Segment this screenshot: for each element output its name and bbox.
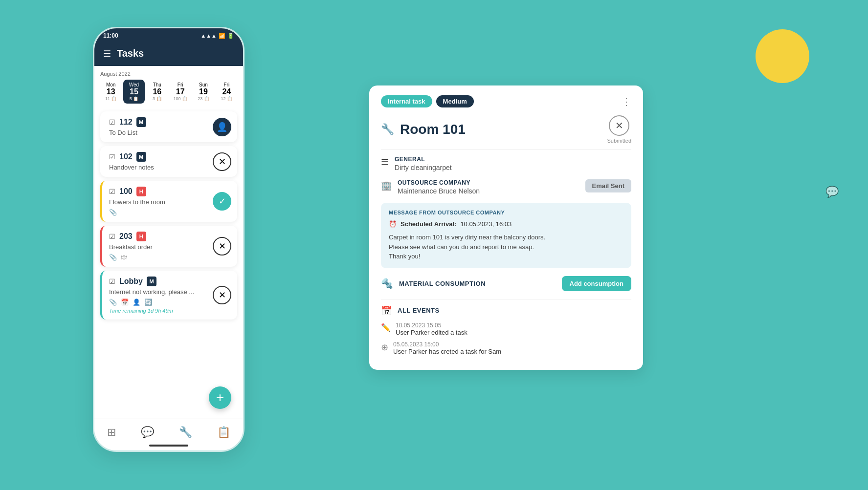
message-header: MESSAGE FROM OUTSOURCE COMPANY [389, 210, 623, 215]
message-text: Carpet in room 101 is very dirty near th… [389, 233, 623, 261]
divider-1 [381, 149, 631, 150]
event-edit-icon: ✏️ [381, 323, 391, 332]
calendar-day-16[interactable]: Thu 16 3 📋 [147, 80, 168, 104]
phone-title: Tasks [117, 48, 144, 59]
task-top: ☑ 203 H [109, 232, 230, 241]
nav-tools-icon[interactable]: 🔧 [179, 426, 192, 439]
event-1-desc: User Parker edited a task [396, 329, 467, 336]
task-top: ☑ Lobby M [109, 277, 230, 286]
calendar-month: August 2022 [100, 71, 237, 77]
email-sent-button[interactable]: Email Sent [585, 179, 631, 192]
task-badge: H [136, 187, 146, 196]
event-item-1: ✏️ 10.05.2023 15:05 User Parker edited a… [381, 322, 631, 336]
task-card-task-102[interactable]: ☑ 102 M Handover notes ✕ [100, 146, 237, 177]
yellow-circle-decoration [756, 29, 809, 83]
task-number: 112 [119, 118, 133, 127]
calendar-day-17[interactable]: Fri 17 100 📋 [170, 80, 191, 104]
add-consumption-button[interactable]: Add consumption [562, 276, 632, 291]
task-badge: M [136, 152, 146, 162]
wrench-icon: 🔧 [381, 123, 394, 136]
calendar-day-15[interactable]: Wed 15 5 📋 [123, 80, 144, 104]
task-description: To Do List [109, 129, 230, 136]
detail-room-title: Room 101 [400, 122, 601, 137]
outsource-icon: 🏢 [381, 180, 392, 191]
phone-device: 11:00 ▲▲▲ 📶 🔋 ☰ Tasks August 2022 Mon 13… [93, 27, 245, 452]
close-button[interactable]: ✕ [609, 115, 629, 136]
event-1-timestamp: 10.05.2023 15:05 [396, 322, 467, 329]
status-bar: 11:00 ▲▲▲ 📶 🔋 [94, 28, 243, 43]
task-card-task-lobby[interactable]: ☑ Lobby M Internet not working, please .… [100, 271, 237, 320]
general-content: GENERAL Dirty cleaningarpet [395, 156, 631, 171]
clock-icon: ⏰ [389, 220, 397, 228]
task-check-icon: ☑ [109, 277, 115, 285]
calendar-days: Mon 13 11 📋 Wed 15 5 📋 Thu 16 3 📋 Fri 17… [100, 80, 237, 104]
calendar-day-19[interactable]: Sun 19 23 📋 [193, 80, 214, 104]
task-description: Breakfast order [109, 243, 230, 251]
general-value: Dirty cleaningarpet [395, 164, 631, 171]
task-card-task-203[interactable]: ☑ 203 H Breakfast order 📎🍽 ✕ [100, 226, 237, 267]
nav-tasks-icon[interactable]: 📋 [217, 426, 230, 439]
outsource-section: 🏢 OUTSOURCE COMPANY Maintenance Bruce Ne… [381, 179, 631, 195]
task-number: 203 [119, 232, 133, 241]
scheduled-value: 10.05.2023, 16:03 [460, 220, 512, 228]
task-card-task-100[interactable]: ☑ 100 H Flowers to the room 📎 ✓ [100, 181, 237, 222]
outsource-label: OUTSOURCE COMPANY [398, 179, 579, 186]
detail-card-header: Internal task Medium ⋮ [381, 95, 631, 107]
task-description: Internet not working, please ... [109, 288, 230, 296]
chat-bubble-decoration: 💬 [825, 186, 839, 198]
task-badge: M [136, 117, 146, 127]
task-top: ☑ 112 M [109, 117, 230, 127]
task-left: ☑ 102 M [109, 152, 146, 162]
task-action-button[interactable]: ✕ [213, 237, 231, 256]
internal-task-tag[interactable]: Internal task [381, 95, 432, 107]
message-box: MESSAGE FROM OUTSOURCE COMPANY ⏰ Schedul… [381, 203, 631, 268]
submitted-label: Submitted [607, 138, 631, 144]
status-time: 11:00 [103, 32, 118, 39]
task-check-icon: ☑ [109, 118, 115, 126]
task-badge: H [136, 232, 146, 241]
task-action-button[interactable]: ✓ [213, 192, 231, 211]
events-header: 📅 ALL EVENTS [381, 305, 631, 316]
task-top: ☑ 100 H [109, 187, 230, 196]
task-number: Lobby [119, 277, 143, 286]
events-section: 📅 ALL EVENTS ✏️ 10.05.2023 15:05 User Pa… [381, 305, 631, 355]
scheduled-label: Scheduled Arrival: [401, 220, 456, 228]
calendar-day-13[interactable]: Mon 13 11 📋 [100, 80, 121, 104]
task-icon: 📎 [109, 209, 117, 216]
outsource-value: Maintenance Bruce Nelson [398, 187, 579, 195]
task-card-task-112[interactable]: ☑ 112 M To Do List 👤 [100, 111, 237, 142]
task-icon: 📅 [121, 298, 129, 306]
menu-icon[interactable]: ☰ [103, 48, 111, 59]
task-time-remaining: Time remaining 1d 9h 49m [109, 308, 230, 314]
task-icon: 🔄 [144, 298, 152, 306]
task-badge: M [147, 277, 156, 286]
task-action-button[interactable]: ✕ [213, 152, 231, 171]
more-options-icon[interactable]: ⋮ [622, 96, 631, 107]
task-action-button[interactable]: ✕ [213, 286, 231, 304]
nav-chat-icon[interactable]: 💬 [141, 426, 154, 439]
outsource-content: OUTSOURCE COMPANY Maintenance Bruce Nels… [398, 179, 579, 195]
task-icons-row: 📎 [109, 209, 230, 216]
task-left: ☑ Lobby M [109, 277, 156, 286]
task-number: 102 [119, 152, 133, 161]
signal-icon: ▲▲▲ [200, 33, 217, 39]
divider-2 [381, 299, 631, 299]
task-check-icon: ☑ [109, 188, 115, 195]
detail-card: Internal task Medium ⋮ 🔧 Room 101 ✕ Subm… [369, 85, 643, 370]
priority-tag[interactable]: Medium [436, 95, 474, 107]
phone-header: ☰ Tasks [94, 43, 243, 66]
tools-icon: 🔩 [381, 277, 393, 289]
task-icon: 📎 [109, 254, 117, 261]
task-icon: 🍽 [121, 254, 127, 261]
task-action-button[interactable]: 👤 [213, 118, 231, 136]
calendar-day-24[interactable]: Fri 24 12 📋 [216, 80, 237, 104]
task-check-icon: ☑ [109, 153, 115, 161]
consumption-label: MATERIAL CONSUMPTION [399, 280, 486, 287]
wifi-icon: 📶 [219, 33, 225, 39]
event-1-content: 10.05.2023 15:05 User Parker edited a ta… [396, 322, 467, 336]
fab-add-button[interactable]: + [209, 386, 231, 409]
nav-grid-icon[interactable]: ⊞ [107, 426, 116, 439]
event-item-2: ⊕ 05.05.2023 15:00 User Parker has crete… [381, 341, 631, 355]
general-icon: ☰ [381, 157, 389, 168]
task-icon: 👤 [133, 298, 140, 306]
